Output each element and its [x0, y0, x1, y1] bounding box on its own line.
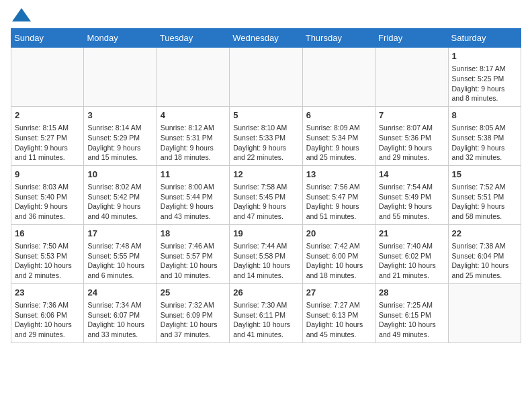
day-header-wednesday: Wednesday [230, 29, 302, 48]
day-cell: 7Sunrise: 8:07 AM Sunset: 5:36 PM Daylig… [375, 106, 448, 165]
day-cell [84, 48, 157, 107]
day-detail: Sunrise: 8:14 AM Sunset: 5:29 PM Dayligh… [87, 123, 152, 163]
day-detail: Sunrise: 7:52 AM Sunset: 5:51 PM Dayligh… [452, 182, 517, 222]
day-cell: 23Sunrise: 7:36 AM Sunset: 6:06 PM Dayli… [11, 283, 84, 342]
day-cell: 11Sunrise: 8:00 AM Sunset: 5:44 PM Dayli… [157, 165, 229, 224]
week-row-5: 23Sunrise: 7:36 AM Sunset: 6:06 PM Dayli… [11, 283, 521, 342]
day-detail: Sunrise: 7:32 AM Sunset: 6:09 PM Dayligh… [161, 300, 226, 340]
week-row-1: 1Sunrise: 8:17 AM Sunset: 5:25 PM Daylig… [11, 48, 521, 107]
day-detail: Sunrise: 7:44 AM Sunset: 5:58 PM Dayligh… [233, 241, 298, 281]
day-detail: Sunrise: 7:54 AM Sunset: 5:49 PM Dayligh… [379, 182, 444, 222]
day-number: 2 [15, 109, 80, 122]
day-cell: 12Sunrise: 7:58 AM Sunset: 5:45 PM Dayli… [230, 165, 302, 224]
day-number: 17 [87, 228, 152, 240]
day-cell: 4Sunrise: 8:12 AM Sunset: 5:31 PM Daylig… [157, 106, 229, 165]
day-cell [11, 48, 84, 107]
day-header-sunday: Sunday [11, 29, 84, 48]
day-number: 14 [379, 169, 444, 181]
logo-icon [12, 8, 31, 21]
day-detail: Sunrise: 7:50 AM Sunset: 5:53 PM Dayligh… [15, 241, 80, 281]
day-detail: Sunrise: 7:30 AM Sunset: 6:11 PM Dayligh… [233, 300, 298, 340]
day-number: 3 [87, 109, 152, 122]
day-detail: Sunrise: 8:00 AM Sunset: 5:44 PM Dayligh… [161, 182, 226, 222]
day-number: 20 [306, 228, 371, 240]
day-number: 16 [15, 228, 80, 240]
day-detail: Sunrise: 8:17 AM Sunset: 5:25 PM Dayligh… [452, 64, 517, 103]
day-cell [302, 48, 375, 107]
day-header-saturday: Saturday [448, 29, 521, 48]
day-detail: Sunrise: 8:09 AM Sunset: 5:34 PM Dayligh… [306, 123, 371, 163]
day-detail: Sunrise: 7:25 AM Sunset: 6:15 PM Dayligh… [379, 300, 444, 340]
day-detail: Sunrise: 8:12 AM Sunset: 5:31 PM Dayligh… [161, 123, 226, 163]
day-cell [230, 48, 302, 107]
day-detail: Sunrise: 7:58 AM Sunset: 5:45 PM Dayligh… [233, 182, 298, 222]
day-cell: 5Sunrise: 8:10 AM Sunset: 5:33 PM Daylig… [230, 106, 302, 165]
day-number: 23 [15, 287, 80, 299]
logo [11, 11, 31, 21]
day-cell: 27Sunrise: 7:27 AM Sunset: 6:13 PM Dayli… [302, 283, 375, 342]
day-cell: 16Sunrise: 7:50 AM Sunset: 5:53 PM Dayli… [11, 224, 84, 283]
svg-marker-0 [12, 8, 31, 21]
days-header-row: SundayMondayTuesdayWednesdayThursdayFrid… [11, 29, 521, 48]
day-detail: Sunrise: 7:48 AM Sunset: 5:55 PM Dayligh… [87, 241, 152, 281]
day-detail: Sunrise: 7:40 AM Sunset: 6:02 PM Dayligh… [379, 241, 444, 281]
day-detail: Sunrise: 7:46 AM Sunset: 5:57 PM Dayligh… [161, 241, 226, 281]
day-number: 27 [306, 287, 371, 299]
day-detail: Sunrise: 7:56 AM Sunset: 5:47 PM Dayligh… [306, 182, 371, 222]
day-number: 18 [161, 228, 226, 240]
day-number: 21 [379, 228, 444, 240]
day-detail: Sunrise: 8:15 AM Sunset: 5:27 PM Dayligh… [15, 123, 80, 163]
day-cell: 1Sunrise: 8:17 AM Sunset: 5:25 PM Daylig… [448, 48, 521, 107]
day-cell: 2Sunrise: 8:15 AM Sunset: 5:27 PM Daylig… [11, 106, 84, 165]
day-cell: 20Sunrise: 7:42 AM Sunset: 6:00 PM Dayli… [302, 224, 375, 283]
day-detail: Sunrise: 7:27 AM Sunset: 6:13 PM Dayligh… [306, 300, 371, 340]
week-row-3: 9Sunrise: 8:03 AM Sunset: 5:40 PM Daylig… [11, 165, 521, 224]
day-cell: 17Sunrise: 7:48 AM Sunset: 5:55 PM Dayli… [84, 224, 157, 283]
day-cell: 9Sunrise: 8:03 AM Sunset: 5:40 PM Daylig… [11, 165, 84, 224]
day-detail: Sunrise: 7:34 AM Sunset: 6:07 PM Dayligh… [87, 300, 152, 340]
week-row-4: 16Sunrise: 7:50 AM Sunset: 5:53 PM Dayli… [11, 224, 521, 283]
day-detail: Sunrise: 8:10 AM Sunset: 5:33 PM Dayligh… [233, 123, 298, 163]
day-cell: 25Sunrise: 7:32 AM Sunset: 6:09 PM Dayli… [157, 283, 229, 342]
day-number: 5 [233, 109, 298, 122]
day-cell: 3Sunrise: 8:14 AM Sunset: 5:29 PM Daylig… [84, 106, 157, 165]
day-header-monday: Monday [84, 29, 157, 48]
day-cell: 18Sunrise: 7:46 AM Sunset: 5:57 PM Dayli… [157, 224, 229, 283]
day-cell [375, 48, 448, 107]
day-cell: 15Sunrise: 7:52 AM Sunset: 5:51 PM Dayli… [448, 165, 521, 224]
day-detail: Sunrise: 7:36 AM Sunset: 6:06 PM Dayligh… [15, 300, 80, 340]
header [11, 11, 521, 21]
day-cell: 28Sunrise: 7:25 AM Sunset: 6:15 PM Dayli… [375, 283, 448, 342]
week-row-2: 2Sunrise: 8:15 AM Sunset: 5:27 PM Daylig… [11, 106, 521, 165]
day-detail: Sunrise: 8:07 AM Sunset: 5:36 PM Dayligh… [379, 123, 444, 163]
day-number: 28 [379, 287, 444, 299]
day-detail: Sunrise: 8:02 AM Sunset: 5:42 PM Dayligh… [87, 182, 152, 222]
day-number: 11 [161, 169, 226, 181]
day-number: 26 [233, 287, 298, 299]
day-cell: 19Sunrise: 7:44 AM Sunset: 5:58 PM Dayli… [230, 224, 302, 283]
day-cell: 24Sunrise: 7:34 AM Sunset: 6:07 PM Dayli… [84, 283, 157, 342]
day-cell: 6Sunrise: 8:09 AM Sunset: 5:34 PM Daylig… [302, 106, 375, 165]
day-cell [157, 48, 229, 107]
day-header-tuesday: Tuesday [157, 29, 229, 48]
day-cell [448, 283, 521, 342]
day-number: 1 [452, 50, 517, 62]
day-cell: 26Sunrise: 7:30 AM Sunset: 6:11 PM Dayli… [230, 283, 302, 342]
day-cell: 10Sunrise: 8:02 AM Sunset: 5:42 PM Dayli… [84, 165, 157, 224]
day-number: 7 [379, 109, 444, 122]
day-number: 12 [233, 169, 298, 181]
day-number: 25 [161, 287, 226, 299]
calendar-table: SundayMondayTuesdayWednesdayThursdayFrid… [11, 28, 521, 343]
day-number: 8 [452, 109, 517, 122]
day-header-friday: Friday [375, 29, 448, 48]
day-detail: Sunrise: 7:38 AM Sunset: 6:04 PM Dayligh… [452, 241, 517, 281]
day-header-thursday: Thursday [302, 29, 375, 48]
day-detail: Sunrise: 8:05 AM Sunset: 5:38 PM Dayligh… [452, 123, 517, 163]
day-detail: Sunrise: 7:42 AM Sunset: 6:00 PM Dayligh… [306, 241, 371, 281]
day-number: 13 [306, 169, 371, 181]
day-cell: 8Sunrise: 8:05 AM Sunset: 5:38 PM Daylig… [448, 106, 521, 165]
day-number: 9 [15, 169, 80, 181]
day-number: 10 [87, 169, 152, 181]
day-cell: 21Sunrise: 7:40 AM Sunset: 6:02 PM Dayli… [375, 224, 448, 283]
day-cell: 22Sunrise: 7:38 AM Sunset: 6:04 PM Dayli… [448, 224, 521, 283]
